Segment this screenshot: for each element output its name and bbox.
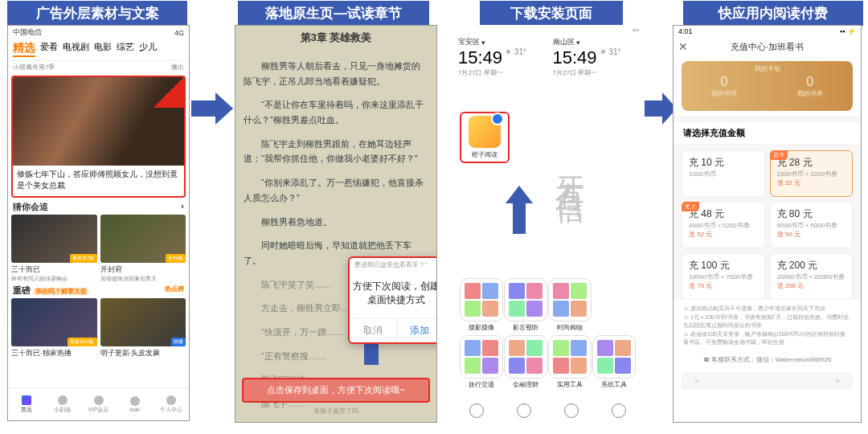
plan-option[interactable]: 总卡充 28 元2800书币＋3200书券送 32 元 [770,150,854,197]
plan-option[interactable]: 充 200 元20000书币＋20000书券送 200 元 [770,253,854,300]
clock: 4:01 [678,27,693,35]
hero-card[interactable]: 修炼七年下山，答应师傅照顾女儿，没想到竟是个美女总裁 [11,76,186,198]
signal-icon: ▫▫▫ [632,27,639,34]
arrow-right-redbar [235,375,235,403]
arrow-right-1 [191,92,233,125]
status-bar: ▫▫▫ [453,25,642,35]
home-icon [22,395,31,405]
clock-widgets: 宝安区 ▾ 15:49☀ 31° 7月27日 星期一 南山区 ▾ 15:49☀ … [453,35,642,79]
bottom-nav: 首页 小剧场 VIP会员 doki 个人中心 [8,387,189,420]
tab-movie[interactable]: 电影 [94,41,112,57]
card-item[interactable]: 更新至20集三十而已·独家热播 [11,298,97,358]
hero-title: 修炼七年下山，答应师傅照顾女儿，没想到竟是个美女总裁 [13,166,184,196]
chevron-down-icon: ▾ [576,39,580,47]
row-recommend: 更新至7集三十而已林有有闯入顾佳梁幽会 全54集开封府黄维德饰演探案包青天 [8,215,189,283]
row-hot: 更新至20集三十而已·独家热播 独播明子更新·头皮发麻 [8,298,189,358]
phone-recharge: 4:01 ▪▪ ⚡ ✕ 充值中心·加班看书 我的卡包 0我的书币 0我的书券 请… [673,25,862,423]
phone-icon[interactable] [469,403,484,418]
arrow-right-2 [645,92,677,125]
phone-homescreen: ▫▫▫ 宝安区 ▾ 15:49☀ 31° 7月27日 星期一 南山区 ▾ 15:… [453,25,642,421]
tab-kids[interactable]: 少儿 [139,41,157,57]
signal-icon: ▪▪ ⚡ [840,27,856,35]
svg-marker-3 [235,375,235,403]
chapter-title: 第3章 英雄救美 [235,26,436,50]
camera-icon[interactable] [612,403,626,418]
phone-ad-material: 中国电信 4G 精选 爱看 电视剧 电影 综艺 少儿 小猪佩奇第7季 播出 修炼… [7,25,190,421]
vip-icon [94,395,104,405]
category-tabs[interactable]: 精选 爱看 电视剧 电影 综艺 少儿 [8,39,189,61]
browser-icon[interactable] [564,403,579,418]
profile-icon [166,395,176,405]
nav-me[interactable]: 个人中心 [153,388,189,420]
dialog-message: 方便下次阅读，创建桌面快捷方式 [350,272,437,318]
header-3: 下载安装页面 [480,1,623,26]
folder[interactable]: 实用工具 [548,335,592,389]
hot-search[interactable]: 小猪佩奇第7季 播出 [8,61,189,73]
chevron-right-icon[interactable]: › [181,201,184,213]
carrier: 中国电信 [13,27,42,38]
header-1: 广告外层素材与文案 [7,1,187,26]
chevron-down-icon: ▾ [481,39,485,47]
plan-option[interactable]: 充 80 元8000书币＋5000书券送 50 元 [770,202,854,248]
orange-read-icon [469,116,501,148]
nav-shorts[interactable]: 小剧场 [44,388,80,420]
section-choose-amount: 请选择充值金额 [674,116,861,150]
status-bar: 4:01 ▪▪ ⚡ [674,26,861,37]
svg-marker-0 [191,92,233,125]
tab-featured[interactable]: 精选 [13,41,35,57]
sec-recommend-title: 猜你会追 [13,201,48,213]
wallpaper-text: 牙有自信 [550,154,589,179]
clock-1[interactable]: 宝安区 ▾ 15:49☀ 31° 7月27日 星期一 [453,35,548,79]
doki-icon [130,396,140,406]
shortcut-dialog: 要进我们这里也看看车？” 方便下次阅读，创建桌面快捷方式 取消 添加 [348,256,437,344]
save-to-desktop-banner[interactable]: 点击保存到桌面，方便下次阅读哦~ [242,378,430,403]
nav-doki[interactable]: doki [117,388,153,420]
folder[interactable]: 系统工具 [592,335,636,389]
message-icon[interactable] [517,403,531,418]
folder[interactable]: 时尚购物 [548,278,592,332]
theater-icon [58,395,68,405]
add-button[interactable]: 添加 [397,319,438,342]
status-bar: 中国电信 4G [8,26,189,39]
quickapp-shortcut[interactable]: 橙子阅读 [460,112,510,163]
svg-marker-4 [506,186,533,234]
hot-search-term: 小猪佩奇第7季 [13,63,55,72]
arrow-up-app [506,186,533,237]
tab-variety[interactable]: 综艺 [117,41,134,57]
folder-grid: 摄影摄像 影音视听 时尚购物 旅行交通 金融理财 实用工具 系统工具 [453,278,642,389]
page-title: 充值中心·加班看书 [674,41,861,53]
nav-home[interactable]: 首页 [8,388,44,420]
pager: ＜ ＞ [682,372,853,390]
plan-option[interactable]: 充 100 元10000书币＋7000书券送 70 元 [682,253,765,300]
plan-option[interactable]: 史上充 48 元4800书币＋5200书券送 52 元 [682,202,765,248]
cancel-button[interactable]: 取消 [350,319,397,342]
clock-2[interactable]: 南山区 ▾ 15:49☀ 31° 7月27日 星期一 [548,35,643,79]
hot-rank-badge[interactable]: 热点榜 [165,285,184,297]
pager-next-button[interactable]: ＞ [833,375,841,387]
card-item[interactable]: 独播明子更新·头皮发麻 [100,298,186,358]
pager-prev-button[interactable]: ＜ [693,375,701,387]
svg-marker-1 [645,92,677,125]
card-item[interactable]: 全54集开封府黄维德饰演探案包青天 [100,215,186,283]
page-header: ✕ 充值中心·加班看书 [674,37,861,56]
phone-landing-reader: 第3章 英雄救美 柳胜男等人朝后看去，只见一身地摊货的陈飞宇，正吊儿郎当地看着嫌… [235,25,437,423]
card-item[interactable]: 更新至7集三十而已林有有闯入顾佳梁幽会 [11,215,97,283]
folder[interactable]: 摄影摄像 [460,278,504,332]
dock-bar [453,403,642,418]
folder[interactable]: 影音视听 [504,278,548,332]
hero-thumb [13,77,184,166]
hot-search-more: 播出 [171,63,184,72]
header-4: 快应用内阅读付费 [683,1,863,26]
nav-vip[interactable]: VIP会员 [80,388,117,420]
plan-option[interactable]: 充 10 元1000书币 [682,150,765,197]
folder[interactable]: 旅行交通 [460,335,504,389]
tab-tv[interactable]: 电视剧 [63,41,89,57]
corner-badge-icon [154,77,184,108]
customer-service: ☎ 客服联系方式：微信：Watermelon880520 [674,352,861,367]
balance-banner: 我的卡包 0我的书币 0我的书券 [682,61,853,111]
folder[interactable]: 金融理财 [504,335,548,389]
recharge-notes: ☺ 虚拟商品购买后不可退换，青少年请在家长同意下充值 ☺ 1元＝100书币/书券… [674,300,861,352]
tab-love[interactable]: 爱看 [40,41,58,57]
header-2: 落地原生页—试读章节 [238,1,429,26]
network: 4G [174,29,184,37]
